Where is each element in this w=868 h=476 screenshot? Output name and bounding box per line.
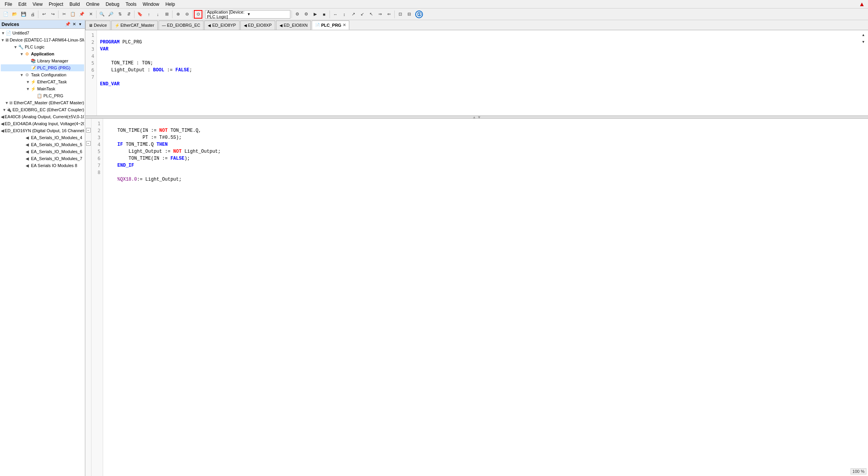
collapse-button[interactable]: ▲: [860, 32, 866, 38]
tree-item-plc-prg[interactable]: 📝 PLC_PRG (PRG): [1, 64, 84, 71]
debug4-button[interactable]: ↙: [358, 10, 366, 19]
bookmark-button[interactable]: 🔖: [136, 10, 144, 19]
cut-button[interactable]: ✂: [60, 10, 68, 19]
tree-item-ea40c8[interactable]: ◀ EA40C8 (Analog Output, Current(±5V,0-1…: [1, 113, 84, 120]
debug1-button[interactable]: ↔: [331, 10, 340, 19]
bookmark2-button[interactable]: ↑: [145, 10, 153, 19]
io-icon-serials7: ◀: [24, 155, 30, 162]
tree-item-library-manager[interactable]: 📚 Library Manager: [1, 57, 84, 64]
tab-ed-eio8xp[interactable]: ◀ ED_EIO8XP: [240, 21, 275, 30]
tree-toggle-device[interactable]: ▼: [1, 38, 5, 42]
connect2-button[interactable]: ⚙: [302, 10, 311, 19]
menu-edit[interactable]: Edit: [15, 1, 29, 8]
tree-item-eio4ada[interactable]: ◀ ED_EIO4ADA (Analog Input, Voltage(4~20…: [1, 120, 84, 127]
menu-debug[interactable]: Debug: [103, 1, 123, 8]
new-button[interactable]: 📄: [2, 10, 10, 19]
tree-item-serials4[interactable]: ◀ EA_Serials_IO_Modules_4: [1, 134, 84, 141]
print-button[interactable]: 🖨: [28, 10, 37, 19]
flag-icon: ▲: [859, 1, 865, 8]
menu-online[interactable]: Online: [83, 1, 103, 8]
tree-item-device[interactable]: ▼ 🖥 Device (EDATEC-117-ARM64-Linux-SM): [1, 36, 84, 43]
menu-help[interactable]: Help: [162, 1, 178, 8]
tree-item-serials5[interactable]: ◀ EA_Serials_IO_Modules_5: [1, 141, 84, 148]
expand-button[interactable]: ▼: [860, 39, 866, 45]
tree-item-plc-prg2[interactable]: 📋 PLC_PRG: [1, 92, 84, 99]
tab-close-icon[interactable]: ✕: [343, 23, 346, 27]
tree-toggle-ethercat-master[interactable]: ▼: [5, 101, 9, 105]
redo-button[interactable]: ↪: [48, 10, 57, 19]
menu-view[interactable]: View: [29, 1, 46, 8]
tree-item-plc-logic[interactable]: ▼ 🔧 PLC Logic: [1, 43, 84, 50]
dropdown-panel-button[interactable]: ▾: [77, 21, 83, 28]
devices-panel-title: Devices: [2, 22, 65, 27]
stop-button[interactable]: ■: [320, 10, 328, 19]
pin-button[interactable]: 📌: [65, 21, 71, 28]
menu-build[interactable]: Build: [66, 1, 83, 8]
menu-window[interactable]: Window: [140, 1, 162, 8]
tree-toggle-application[interactable]: ▼: [19, 52, 24, 56]
zoom-in-button[interactable]: ⊕: [174, 10, 182, 19]
zoom-out-button[interactable]: ⊖: [183, 10, 191, 19]
paste-button[interactable]: 📌: [78, 10, 86, 19]
tree-toggle-task-config[interactable]: ▼: [19, 73, 24, 77]
app-dropdown[interactable]: Application [Device: PLC Logic] ▾: [205, 10, 290, 19]
tree-label-ethercat-task: EtherCAT_Task: [37, 79, 67, 84]
tree-item-serials6[interactable]: ◀ EA_Serials_IO_Modules_6: [1, 148, 84, 155]
debug2-button[interactable]: ↕: [340, 10, 349, 19]
debug5-button[interactable]: ↖: [367, 10, 375, 19]
tab-ethercat-master-label: EtherCAT_Master: [121, 23, 154, 28]
device-icon: 🖥: [5, 37, 9, 43]
delete-button[interactable]: ✕: [86, 10, 95, 19]
connect-button[interactable]: ⚙: [293, 10, 302, 19]
tree-item-serials8[interactable]: ◀ EA Serials IO Modules 8: [1, 162, 84, 169]
undo-button[interactable]: ↩: [40, 10, 48, 19]
tab-ed-eio8xn[interactable]: ◀ ED_EIO8XN: [276, 21, 311, 30]
crossref-button[interactable]: ⊞: [162, 10, 171, 19]
tree-toggle-ethercat-task[interactable]: ▼: [26, 80, 30, 84]
debug6-button[interactable]: ⇒: [376, 10, 384, 19]
separator4: [134, 10, 135, 18]
tab-plc-prg[interactable]: 📄 PLC_PRG ✕: [312, 21, 349, 30]
tree-item-ethercat-task[interactable]: ▼ ⚡ EtherCAT_Task: [1, 78, 84, 85]
play-button[interactable]: ▶: [311, 10, 319, 19]
tab-ed-eio8yp[interactable]: ◀ ED_EIO8YP: [204, 21, 239, 30]
tree-item-serials7[interactable]: ◀ EA_Serials_IO_Modules_7: [1, 155, 84, 162]
menu-tools[interactable]: Tools: [123, 1, 140, 8]
close-panel-button[interactable]: ✕: [71, 21, 77, 28]
code-content-impl[interactable]: TON_TIME(IN := NOT TON_TIME.Q, PT := T#0…: [103, 119, 868, 476]
copy-button[interactable]: 📋: [69, 10, 77, 19]
tree-item-application[interactable]: ▼ ⚙ Application: [1, 50, 84, 57]
tab-ethercat-master[interactable]: ⚡ EtherCAT_Master: [111, 21, 158, 30]
tree-toggle-untitled7[interactable]: ▼: [1, 31, 5, 35]
tree-item-eio16yn[interactable]: ◀ ED_EIO16YN (Digital Output, 16 Channel…: [1, 127, 84, 134]
bookmark3-button[interactable]: ↓: [154, 10, 162, 19]
fold-btn-1[interactable]: −: [86, 128, 91, 133]
find2-button[interactable]: 🔎: [107, 10, 115, 19]
code-content-var[interactable]: PROGRAM PLC_PRG VAR TON_TIME : TON; Ligh…: [97, 30, 868, 116]
find3-button[interactable]: ⇅: [116, 10, 124, 19]
fold-btn-3[interactable]: −: [86, 141, 91, 146]
code-impl-section: − − 1 2 3 4 5 6 7 8 TON_TIME(IN := NOT T…: [85, 119, 868, 476]
open-button[interactable]: 📂: [10, 10, 19, 19]
debug7-button[interactable]: ⇐: [385, 10, 393, 19]
tree-toggle-plc-logic[interactable]: ▼: [13, 45, 18, 49]
watch-button[interactable]: ⊡: [396, 10, 404, 19]
tree-toggle-maintask[interactable]: ▼: [26, 87, 30, 91]
tree-toggle-eiobrg[interactable]: ▼: [2, 108, 6, 112]
watch2-button[interactable]: ⊟: [405, 10, 413, 19]
find-button[interactable]: 🔍: [98, 10, 106, 19]
tab-device[interactable]: 🖥 Device: [85, 21, 110, 30]
menu-file[interactable]: File: [2, 1, 15, 8]
find4-button[interactable]: ⇵: [124, 10, 133, 19]
code-divider[interactable]: ▲ ▼: [85, 116, 868, 119]
tab-ed-eiobrg-ec[interactable]: — ED_EIOBRG_EC: [159, 21, 204, 30]
tree-item-maintask[interactable]: ▼ ⚡ MainTask: [1, 85, 84, 92]
menu-project[interactable]: Project: [46, 1, 66, 8]
tree-item-eiobrg[interactable]: ▼ 🔌 ED_EIOBRG_EC (EtherCAT Coupler): [1, 106, 84, 113]
tree-item-ethercat-master[interactable]: ▼ 🖥 EtherCAT_Master (EtherCAT Master): [1, 99, 84, 106]
save-button[interactable]: 💾: [19, 10, 28, 19]
tree-item-task-config[interactable]: ▼ ⚙ Task Configuration: [1, 71, 84, 78]
build-highlighted-button[interactable]: ⊙: [194, 10, 202, 19]
debug3-button[interactable]: ↗: [349, 10, 357, 19]
tree-item-untitled7[interactable]: ▼ 📄 Untitled7: [1, 29, 84, 36]
